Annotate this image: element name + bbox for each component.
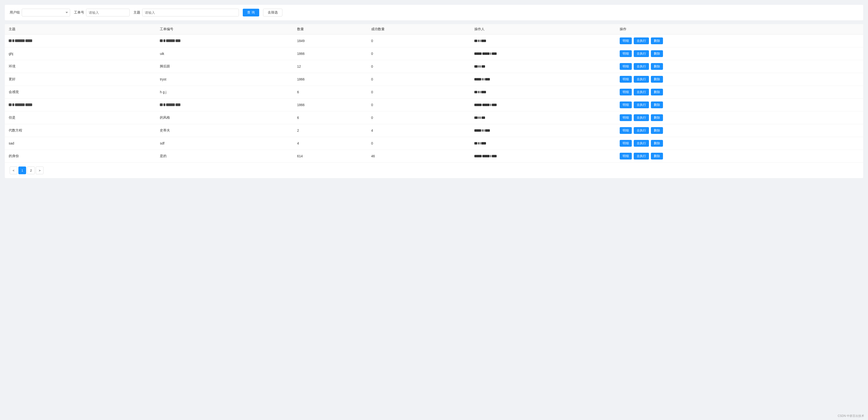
cell-order-no: 的风格 — [156, 111, 293, 124]
col-subject: 主题 — [5, 24, 156, 35]
delete-button[interactable]: 删除 — [651, 37, 663, 44]
pagination: < 1 2 > — [5, 163, 863, 178]
cell-order-no — [156, 99, 293, 111]
detail-button[interactable]: 明细 — [620, 37, 632, 44]
table-row: 但是的风格60 明细 去执行 删除 — [5, 111, 863, 124]
detail-button[interactable]: 明细 — [620, 140, 632, 147]
detail-button[interactable]: 明细 — [620, 76, 632, 83]
execute-button[interactable]: 去执行 — [634, 127, 649, 134]
cell-actions: 明细 去执行 删除 — [616, 35, 863, 47]
cell-order-no: tryst — [156, 73, 293, 86]
cell-count: 614 — [293, 150, 367, 163]
execute-button[interactable]: 去执行 — [634, 153, 649, 160]
execute-button[interactable]: 去执行 — [634, 76, 649, 83]
cell-subject: 会感觉 — [5, 86, 156, 99]
cell-count: 1866 — [293, 73, 367, 86]
workorder-input[interactable] — [86, 9, 130, 17]
delete-button[interactable]: 删除 — [651, 114, 663, 121]
cell-operator — [470, 60, 616, 73]
cell-subject: sad — [5, 137, 156, 150]
cell-count: 2 — [293, 124, 367, 137]
table-row: 环境脚后跟120 明细 去执行 删除 — [5, 60, 863, 73]
group-label: 用户组 — [10, 10, 20, 15]
cell-success: 0 — [367, 137, 470, 150]
detail-button[interactable]: 明细 — [620, 127, 632, 134]
delete-button[interactable]: 删除 — [651, 89, 663, 95]
cell-success: 46 — [367, 150, 470, 163]
cell-success: 4 — [367, 124, 470, 137]
reset-button[interactable]: 去筛选 — [263, 9, 282, 17]
cell-count: 6 — [293, 86, 367, 99]
cell-operator — [470, 35, 616, 47]
execute-button[interactable]: 去执行 — [634, 114, 649, 121]
detail-button[interactable]: 明细 — [620, 101, 632, 108]
col-actions: 操作 — [616, 24, 863, 35]
detail-button[interactable]: 明细 — [620, 63, 632, 70]
execute-button[interactable]: 去执行 — [634, 140, 649, 147]
prev-page-button[interactable]: < — [10, 166, 18, 174]
delete-button[interactable]: 删除 — [651, 76, 663, 83]
cell-subject — [5, 35, 156, 47]
cell-actions: 明细 去执行 删除 — [616, 150, 863, 163]
delete-button[interactable]: 删除 — [651, 63, 663, 70]
detail-button[interactable]: 明细 — [620, 50, 632, 57]
execute-button[interactable]: 去执行 — [634, 50, 649, 57]
execute-button[interactable]: 去执行 — [634, 89, 649, 95]
cell-order-no: h g j — [156, 86, 293, 99]
execute-button[interactable]: 去执行 — [634, 63, 649, 70]
workorder-label: 工单号 — [74, 10, 84, 15]
cell-order-no: sdf — [156, 137, 293, 150]
cell-subject: 但是 — [5, 111, 156, 124]
table-row: ghjuik18660 明细 去执行 删除 — [5, 47, 863, 60]
cell-operator — [470, 111, 616, 124]
filter-group: 用户组 — [10, 9, 70, 17]
cell-subject: 环境 — [5, 60, 156, 73]
query-button[interactable]: 查 询 — [243, 9, 259, 17]
cell-count: 12 — [293, 60, 367, 73]
cell-count: 6 — [293, 111, 367, 124]
cell-actions: 明细 去执行 删除 — [616, 137, 863, 150]
delete-button[interactable]: 删除 — [651, 101, 663, 108]
cell-count: 1866 — [293, 99, 367, 111]
data-table: 主题 工单编号 数量 成功数量 操作人 操作 184 — [5, 24, 863, 178]
table-row: 更好tryst18660 明细 去执行 删除 — [5, 73, 863, 86]
detail-button[interactable]: 明细 — [620, 89, 632, 95]
cell-success: 0 — [367, 111, 470, 124]
page-2-button[interactable]: 2 — [27, 166, 35, 174]
table-header: 主题 工单编号 数量 成功数量 操作人 操作 — [5, 24, 863, 35]
cell-success: 0 — [367, 99, 470, 111]
page-1-button[interactable]: 1 — [19, 166, 26, 174]
detail-button[interactable]: 明细 — [620, 114, 632, 121]
cell-actions: 明细 去执行 删除 — [616, 86, 863, 99]
table-row: 18490 明细 去执行 删除 — [5, 35, 863, 47]
cell-success: 0 — [367, 60, 470, 73]
table-row: 代数方程史蒂夫24 明细 去执行 删除 — [5, 124, 863, 137]
cell-success: 0 — [367, 35, 470, 47]
cell-order-no: 是的 — [156, 150, 293, 163]
delete-button[interactable]: 删除 — [651, 153, 663, 160]
cell-success: 0 — [367, 86, 470, 99]
cell-subject: 代数方程 — [5, 124, 156, 137]
detail-button[interactable]: 明细 — [620, 153, 632, 160]
cell-order-no: 史蒂夫 — [156, 124, 293, 137]
col-success: 成功数量 — [367, 24, 470, 35]
cell-order-no: 脚后跟 — [156, 60, 293, 73]
cell-actions: 明细 去执行 删除 — [616, 111, 863, 124]
cell-actions: 明细 去执行 删除 — [616, 99, 863, 111]
cell-order-no: uik — [156, 47, 293, 60]
subject-label: 主题 — [133, 10, 140, 15]
cell-count: 1849 — [293, 35, 367, 47]
cell-subject: 的身份 — [5, 150, 156, 163]
delete-button[interactable]: 删除 — [651, 127, 663, 134]
group-select[interactable] — [22, 9, 70, 17]
subject-input[interactable] — [142, 9, 239, 17]
cell-actions: 明细 去执行 删除 — [616, 47, 863, 60]
execute-button[interactable]: 去执行 — [634, 101, 649, 108]
execute-button[interactable]: 去执行 — [634, 37, 649, 44]
cell-actions: 明细 去执行 删除 — [616, 60, 863, 73]
delete-button[interactable]: 删除 — [651, 50, 663, 57]
footer-text: CSDN 中群言出技术 — [838, 414, 864, 418]
delete-button[interactable]: 删除 — [651, 140, 663, 147]
next-page-button[interactable]: > — [36, 166, 43, 174]
col-count: 数量 — [293, 24, 367, 35]
